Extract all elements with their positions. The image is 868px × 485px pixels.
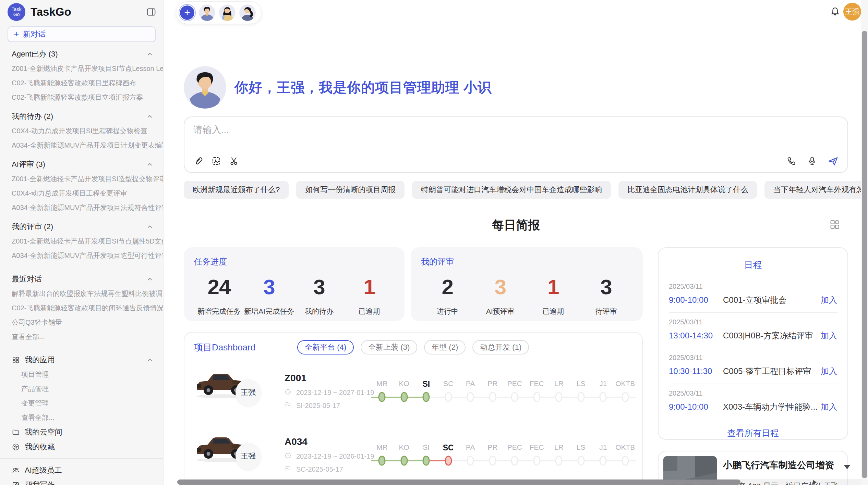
project-owner-avatar: 王强 bbox=[236, 443, 261, 470]
sidebar-tool-people[interactable]: AI超级员工 bbox=[0, 463, 163, 477]
assistant-avatar-2[interactable] bbox=[219, 4, 236, 21]
horizontal-scrollbar[interactable] bbox=[177, 479, 868, 485]
sidebar-task-item[interactable]: Z001-全新燃油轻卡产品开发项目SI节点属性5D文件评审 bbox=[0, 234, 163, 248]
layout-grid-icon[interactable] bbox=[829, 219, 841, 230]
sidebar-section-title: Agent已办 (3) bbox=[12, 49, 146, 59]
sidebar-section-header[interactable]: 我的待办 (2) bbox=[0, 109, 163, 124]
view-all-schedule-link[interactable]: 查看所有日程 bbox=[669, 427, 837, 439]
suggestion-chip[interactable]: 比亚迪全固态电池计划具体说了什么 bbox=[618, 181, 757, 199]
milestone-line bbox=[570, 391, 592, 403]
sidebar-task-item[interactable]: C0X4-动力总成开发项目SI里程碑提交物检查 bbox=[0, 124, 163, 138]
assistant-avatar-3[interactable] bbox=[239, 4, 256, 21]
milestone-line bbox=[371, 455, 393, 467]
milestone-node: LR bbox=[548, 380, 570, 403]
sidebar-task-item[interactable]: A034-全新新能源MUV产品开发项目法规符合性评审 bbox=[0, 200, 163, 215]
dashboard-filter-chip[interactable]: 全新平台 (4) bbox=[297, 340, 354, 355]
project-info: Z0012023-12-19 ~ 2027-01-19SI-2025-05-17 bbox=[285, 373, 370, 410]
horizontal-scrollbar-thumb[interactable] bbox=[177, 480, 740, 485]
schedule-join-link[interactable]: 加入 bbox=[821, 401, 837, 412]
schedule-event-name: C005-整车工程目标评审 bbox=[723, 366, 821, 377]
milestone-node: PA bbox=[459, 443, 482, 467]
sidebar-task-item[interactable]: Z001-全新燃油皮卡产品开发项目SI节点Lesson Learn报告 bbox=[0, 61, 163, 76]
new-chat-label: 新对话 bbox=[23, 29, 46, 39]
plus-icon: + bbox=[14, 29, 19, 38]
scroll-down-arrow[interactable] bbox=[844, 465, 850, 469]
schedule-join-link[interactable]: 加入 bbox=[821, 330, 837, 341]
microphone-icon[interactable] bbox=[807, 156, 817, 166]
chat-input[interactable] bbox=[193, 125, 708, 135]
milestone-line bbox=[526, 391, 548, 403]
schedule-join-link[interactable]: 加入 bbox=[821, 366, 837, 377]
voice-call-icon[interactable] bbox=[786, 156, 797, 166]
user-avatar[interactable]: 王强 bbox=[843, 3, 861, 21]
image-upload-icon[interactable] bbox=[211, 156, 221, 166]
collapse-sidebar-icon[interactable] bbox=[146, 7, 156, 17]
sidebar-recent-item[interactable]: C02-飞腾新能源轻客改款项目的闭环通告反馈情况 bbox=[0, 301, 163, 315]
sidebar-section-title: 我的待办 (2) bbox=[12, 111, 146, 122]
new-chat-button[interactable]: + 新对话 bbox=[8, 26, 156, 42]
project-row[interactable]: 王强Z0012023-12-19 ~ 2027-01-19SI-2025-05-… bbox=[194, 364, 632, 418]
milestone-dot bbox=[533, 456, 540, 466]
milestone-dot bbox=[467, 392, 474, 402]
milestone-label: PA bbox=[459, 380, 482, 391]
sidebar-recent-item[interactable]: 查看全部... bbox=[0, 329, 163, 344]
sidebar-section-header[interactable]: AI评审 (3) bbox=[0, 157, 163, 172]
assistant-avatar-1[interactable] bbox=[199, 4, 215, 21]
sidebar-tool-write[interactable]: 帮我写作 bbox=[0, 477, 163, 485]
scroll-right-arrow[interactable] bbox=[813, 480, 817, 485]
suggestion-chip[interactable]: 特朗普可能对进口汽车增税会对中国车企造成哪些影响 bbox=[412, 181, 611, 199]
sidebar-recent-header[interactable]: 最近对话 bbox=[0, 272, 163, 286]
add-assistant-button[interactable]: + bbox=[179, 5, 195, 21]
sidebar-task-item[interactable]: A034-全新新能源MUV产品开发项目造型可行性评审 bbox=[0, 248, 163, 263]
milestone-line bbox=[482, 391, 504, 403]
milestone-dot bbox=[555, 456, 563, 466]
project-code: A034 bbox=[285, 436, 370, 447]
milestone-label: LS bbox=[570, 443, 592, 455]
schedule-date: 2025/03/11 bbox=[669, 354, 837, 362]
project-date-range: 2023-12-19 ~ 2027-01-19 bbox=[285, 388, 370, 397]
sidebar-task-item[interactable]: C02-飞腾新能源轻客改款项目立项汇报方案 bbox=[0, 90, 163, 104]
stat-name: 新增AI完成任务 bbox=[244, 307, 294, 316]
milestone-node: PA bbox=[459, 380, 482, 403]
sidebar-recent-item[interactable]: 解释最新出台的欧盟报废车法规再生塑料比例被调至15%... bbox=[0, 286, 163, 301]
sidebar-section-header[interactable]: 我的评审 (2) bbox=[0, 220, 163, 234]
sidebar-section-header[interactable]: Agent已办 (3) bbox=[0, 47, 163, 61]
sidebar-link-folder[interactable]: 我的云空间 bbox=[0, 425, 163, 439]
suggestion-chip[interactable]: 如何写一份清晰的项目周报 bbox=[296, 181, 405, 199]
suggestion-chip[interactable]: 欧洲新规最近颁布了什么? bbox=[184, 181, 289, 199]
milestone-dot bbox=[577, 456, 584, 466]
project-row[interactable]: 王强A0342023-12-19 ~ 2026-01-19SC-2025-05-… bbox=[194, 428, 632, 482]
scissors-icon[interactable] bbox=[229, 156, 239, 166]
send-icon[interactable] bbox=[828, 156, 838, 166]
stat-name: 新增完成任务 bbox=[194, 307, 244, 316]
dashboard-filter-chip[interactable]: 年型 (2) bbox=[424, 340, 466, 355]
dashboard-filter-chip[interactable]: 动总开发 (1) bbox=[472, 340, 529, 355]
sidebar-my-apps[interactable]: 我的应用 bbox=[0, 352, 163, 367]
sidebar-task-item[interactable]: A034-全新新能源MUV产品开发项目计划变更表编写 bbox=[0, 138, 163, 152]
vertical-scrollbar[interactable] bbox=[861, 0, 868, 485]
sidebar-app-item[interactable]: 项目管理 bbox=[0, 367, 163, 382]
project-rows: 王强Z0012023-12-19 ~ 2027-01-19SI-2025-05-… bbox=[194, 364, 632, 482]
app-logo: Task Go bbox=[8, 3, 25, 21]
milestone-node: OKTB bbox=[614, 443, 637, 467]
vertical-scrollbar-thumb[interactable] bbox=[862, 31, 867, 478]
sidebar-app-item[interactable]: 查看全部... bbox=[0, 410, 163, 425]
sidebar-app-item[interactable]: 变更管理 bbox=[0, 396, 163, 410]
milestone-track: MRKOSISCPAPRPECFECLRLSJ1OKTB bbox=[371, 380, 636, 403]
stat-name: 已逾期 bbox=[344, 307, 394, 316]
sidebar-link-star[interactable]: 我的收藏 bbox=[0, 439, 163, 454]
milestone-label: PEC bbox=[504, 443, 526, 455]
stat-value: 3 bbox=[580, 275, 632, 299]
attachment-icon[interactable] bbox=[193, 156, 204, 166]
notifications-bell-icon[interactable] bbox=[830, 6, 841, 18]
dashboard-filter-chip[interactable]: 全新上装 (3) bbox=[361, 340, 417, 355]
schedule-join-link[interactable]: 加入 bbox=[821, 295, 837, 306]
sidebar-app-item[interactable]: 产品管理 bbox=[0, 382, 163, 396]
sidebar-recent-item[interactable]: 公司Q3轻卡销量 bbox=[0, 315, 163, 329]
sidebar-task-item[interactable]: Z001-全新燃油轻卡产品开发项目SI造型提交物评审 bbox=[0, 172, 163, 186]
suggestion-chip[interactable]: 当下年轻人对汽车外观有怎样的喜好趋势 bbox=[764, 181, 868, 199]
sidebar-task-item[interactable]: C02-飞腾新能源轻客改款项目里程碑画布 bbox=[0, 76, 163, 90]
milestone-line bbox=[570, 455, 592, 467]
milestone-dot bbox=[489, 392, 496, 402]
sidebar-task-item[interactable]: C0X4-动力总成开发项目工程变更评审 bbox=[0, 186, 163, 200]
